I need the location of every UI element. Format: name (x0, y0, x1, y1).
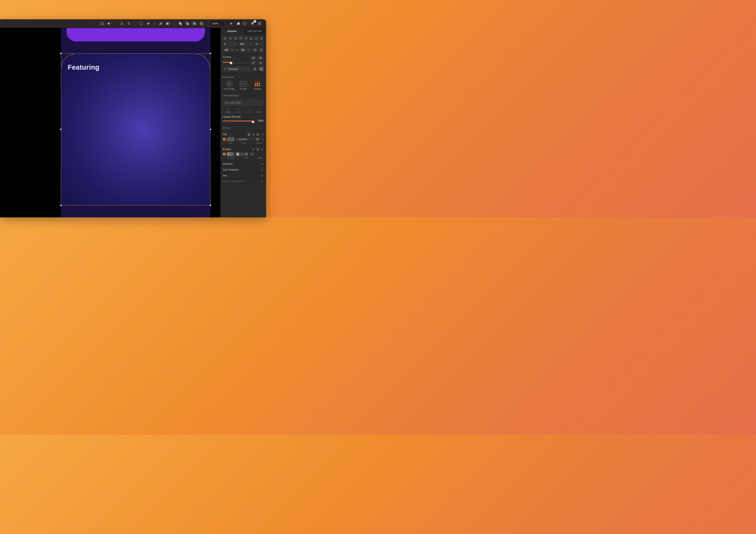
borders-label: Borders (223, 148, 231, 151)
gear-icon[interactable] (252, 133, 255, 136)
add-shadow-icon[interactable]: ＋ (260, 162, 264, 165)
y-field[interactable]: 449Y (239, 42, 253, 46)
make-exportable-row[interactable]: MAKE EXPORTABLE＋ (223, 179, 264, 184)
layers-icon[interactable] (247, 133, 250, 136)
no-border-icon[interactable] (256, 148, 259, 151)
forward-tool-icon[interactable] (119, 20, 125, 27)
zoom-select[interactable]: 200% ⌄ (210, 21, 225, 26)
create-style-button[interactable]: ＋Create (223, 107, 233, 113)
height-field[interactable]: 395H (239, 47, 251, 52)
align-hcenter-icon[interactable] (228, 36, 232, 41)
full-corners-icon[interactable] (258, 67, 264, 71)
border-gradient-swatch[interactable]: ▾ (227, 152, 234, 156)
toolbar: ▾ ▾ 200% ⌄ ⋯ (0, 19, 266, 28)
notifications-icon[interactable]: 3 (249, 20, 256, 27)
focus-tool-icon[interactable] (138, 20, 145, 27)
chevron-down-icon: ⌄ (221, 23, 223, 25)
add-border-icon[interactable]: ＋ (261, 148, 264, 151)
tab-prototype[interactable]: PROTOTYPE (243, 28, 266, 35)
border-inside-icon[interactable] (235, 152, 240, 156)
align-left-icon[interactable] (223, 36, 227, 41)
rotation-field[interactable]: 0° (254, 42, 264, 46)
leaf-tool-icon[interactable] (157, 20, 164, 27)
collapse-icon[interactable]: ⌄ (262, 127, 264, 129)
flip-v-icon[interactable] (258, 47, 264, 52)
add-inner-shadow-icon[interactable]: ＋ (260, 168, 264, 171)
fill-enabled-checkbox[interactable]: ✓ (223, 138, 226, 141)
resize-preview: Preview (251, 81, 264, 90)
tab-design[interactable]: DESIGN (221, 28, 243, 35)
layer-style-select[interactable]: No Layer Style⌄ (223, 99, 264, 106)
fills-label: Fills (223, 133, 227, 136)
svg-rect-8 (194, 23, 195, 24)
update-style-button: ⟳Update (233, 107, 244, 113)
blur-row[interactable]: Blur＋ (223, 173, 264, 178)
fill-opacity-field[interactable]: 10 (254, 137, 261, 141)
fill-hex-field[interactable]: #FFFFFF (235, 137, 253, 141)
opacity-label[interactable]: Opacity (Normal)⌃⌄ (223, 116, 264, 118)
border-outside-icon[interactable] (244, 152, 248, 156)
chat-icon[interactable] (235, 20, 242, 27)
flip-h-icon[interactable] (252, 47, 257, 52)
smooth-corners-icon[interactable] (252, 67, 257, 71)
fill-color-swatch[interactable]: ▾ (227, 137, 234, 141)
more-style-button[interactable]: ⋯More (254, 107, 264, 113)
difference-icon[interactable] (198, 20, 205, 27)
no-fill-icon[interactable] (256, 133, 259, 136)
svg-rect-21 (246, 154, 247, 155)
moon-icon[interactable]: ⋯ (242, 20, 249, 27)
corner-tl-field[interactable]: 30 (250, 56, 256, 60)
frame-title: Featuring (68, 64, 99, 71)
corner-bl-field[interactable]: 0 (250, 61, 256, 65)
svg-rect-0 (166, 23, 168, 25)
x-field[interactable]: 0X (223, 42, 237, 46)
distribute-h-icon[interactable] (254, 36, 258, 41)
svg-rect-5 (187, 23, 189, 25)
pin-to-edge-button[interactable]: Pin to Edge (223, 81, 235, 90)
collapse-icon[interactable]: ⌄ (262, 95, 264, 97)
shadows-row[interactable]: Shadows＋ (223, 161, 264, 167)
inner-shadows-row[interactable]: Inner Shadows＋ (223, 167, 264, 172)
canvas[interactable]: Featuring (0, 28, 221, 217)
width-field[interactable]: 390W (223, 47, 235, 52)
opacity-slider[interactable] (223, 121, 254, 122)
inspector-tabs: DESIGN PROTOTYPE (221, 28, 266, 35)
gear-icon[interactable] (252, 148, 255, 151)
stack-tool-icon[interactable]: ▾ (165, 20, 171, 27)
border-width-field[interactable]: 1 (249, 152, 255, 156)
corner-radius-slider[interactable] (223, 63, 248, 63)
inspector-panel: DESIGN PROTOTYPE 0X 449Y (221, 28, 266, 217)
union-icon[interactable] (177, 20, 184, 27)
align-right-icon[interactable] (233, 36, 238, 41)
play-icon[interactable] (228, 20, 235, 27)
rounded-icon (224, 68, 227, 70)
opacity-value[interactable]: 100% (256, 120, 264, 122)
align-bottom-icon[interactable] (249, 36, 254, 41)
sparkle-tool-icon[interactable] (145, 20, 151, 27)
zoom-value: 200% (212, 22, 218, 25)
distribute-v-icon[interactable] (259, 36, 264, 41)
add-fill-icon[interactable]: ＋ (261, 133, 264, 136)
add-export-icon[interactable]: ＋ (260, 180, 264, 183)
shape-diamond-tool[interactable]: ▾ (106, 20, 113, 27)
corner-br-field[interactable]: 0 (257, 61, 264, 65)
svg-rect-3 (180, 23, 182, 25)
corner-style-select[interactable]: Rounded ⌃⌄ (223, 66, 251, 71)
align-controls (223, 36, 264, 41)
lock-aspect-icon[interactable]: 🔒︎ (236, 49, 238, 51)
backward-tool-icon[interactable] (125, 20, 132, 27)
bug-icon[interactable] (256, 20, 263, 27)
align-top-icon[interactable] (238, 36, 243, 41)
add-blur-icon[interactable]: ＋ (260, 174, 264, 177)
collapse-icon[interactable]: ⌄ (262, 76, 264, 78)
border-enabled-checkbox[interactable]: ✓ (223, 153, 226, 155)
border-center-icon[interactable] (240, 152, 244, 156)
intersect-icon[interactable] (191, 20, 198, 27)
fix-size-button[interactable]: Fix Size (237, 81, 250, 90)
svg-point-11 (243, 22, 245, 25)
subtract-icon[interactable] (184, 20, 191, 27)
shape-pentagon-tool[interactable] (99, 20, 106, 27)
selected-frame[interactable]: Featuring (61, 54, 210, 205)
corner-tr-field[interactable]: 30 (257, 56, 264, 60)
align-vcenter-icon[interactable] (244, 36, 248, 41)
